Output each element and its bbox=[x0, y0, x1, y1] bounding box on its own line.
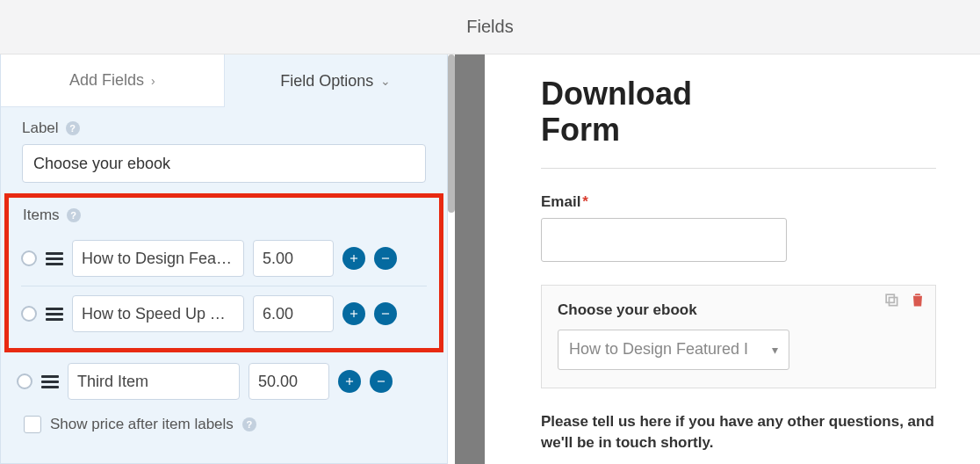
drag-handle-icon[interactable] bbox=[46, 252, 63, 265]
drag-handle-icon[interactable] bbox=[46, 308, 63, 321]
tab-add-fields[interactable]: Add Fields › bbox=[1, 54, 225, 107]
select-value: How to Design Featured I bbox=[569, 340, 748, 359]
label-section: Label ? bbox=[1, 107, 447, 188]
chevron-down-icon: ⌄ bbox=[380, 74, 391, 88]
tab-label: Add Fields bbox=[69, 71, 144, 90]
scrollbar-thumb[interactable] bbox=[448, 54, 455, 213]
dropdown-field-block[interactable]: Choose your ebook How to Design Featured… bbox=[541, 285, 936, 388]
show-price-label: Show price after item labels bbox=[50, 416, 234, 433]
email-label: Email* bbox=[541, 193, 936, 211]
help-icon[interactable]: ? bbox=[66, 121, 80, 135]
email-input[interactable] bbox=[541, 218, 787, 262]
minus-icon bbox=[379, 308, 392, 320]
main-layout: Add Fields › Field Options ⌄ Label ? Ite… bbox=[0, 54, 980, 464]
page-title-bar: Fields bbox=[0, 0, 980, 54]
trash-icon[interactable] bbox=[909, 291, 926, 308]
show-price-row: Show price after item labels ? bbox=[1, 407, 447, 433]
item-name-input[interactable] bbox=[72, 240, 244, 277]
remove-item-button[interactable] bbox=[370, 370, 393, 393]
item-price-input[interactable] bbox=[253, 295, 334, 332]
required-asterisk: * bbox=[582, 193, 588, 210]
item-price-input[interactable] bbox=[253, 240, 334, 277]
remove-item-button[interactable] bbox=[374, 247, 397, 270]
radio-icon[interactable] bbox=[21, 250, 37, 266]
item-row bbox=[1, 352, 447, 407]
label-text: Email bbox=[541, 193, 580, 210]
add-item-button[interactable] bbox=[342, 302, 365, 325]
item-price-input[interactable] bbox=[249, 363, 329, 400]
tabs: Add Fields › Field Options ⌄ bbox=[1, 54, 447, 107]
form-preview: Download Form Email* Choose your ebook H… bbox=[497, 54, 980, 464]
section-label: Label ? bbox=[22, 120, 426, 137]
chevron-right-icon: › bbox=[151, 74, 155, 88]
label-text: Items bbox=[23, 207, 60, 224]
label-text: Label bbox=[22, 120, 59, 137]
page-title: Fields bbox=[466, 17, 513, 37]
plus-icon bbox=[348, 308, 360, 320]
dropdown-select[interactable]: How to Design Featured I ▾ bbox=[558, 330, 789, 370]
label-text: Choose your ebook bbox=[558, 301, 697, 318]
drag-handle-icon[interactable] bbox=[41, 375, 59, 388]
minus-icon bbox=[375, 375, 387, 388]
duplicate-icon[interactable] bbox=[883, 291, 900, 308]
item-name-input[interactable] bbox=[68, 363, 240, 400]
item-name-input[interactable] bbox=[72, 295, 244, 332]
divider bbox=[541, 168, 936, 169]
item-row bbox=[21, 231, 427, 286]
form-title: Download Form bbox=[541, 76, 936, 149]
svg-rect-0 bbox=[886, 294, 894, 302]
chevron-down-icon: ▾ bbox=[772, 343, 778, 357]
radio-icon[interactable] bbox=[17, 373, 32, 389]
dropdown-label: Choose your ebook bbox=[558, 301, 919, 319]
title-line: Download bbox=[541, 76, 692, 112]
svg-rect-1 bbox=[890, 297, 897, 305]
help-icon[interactable]: ? bbox=[242, 417, 256, 431]
show-price-checkbox[interactable] bbox=[24, 416, 41, 433]
help-icon[interactable]: ? bbox=[67, 208, 81, 222]
radio-icon[interactable] bbox=[21, 306, 37, 322]
tab-label: Field Options bbox=[280, 72, 373, 91]
section-label: Items ? bbox=[23, 207, 427, 224]
helper-text: Please tell us here if you have any othe… bbox=[541, 411, 936, 453]
tab-field-options[interactable]: Field Options ⌄ bbox=[225, 54, 448, 107]
label-input[interactable] bbox=[22, 144, 426, 183]
field-actions bbox=[883, 291, 926, 308]
plus-icon bbox=[343, 375, 356, 388]
remove-item-button[interactable] bbox=[374, 302, 397, 325]
left-panel: Add Fields › Field Options ⌄ Label ? Ite… bbox=[0, 54, 448, 464]
title-line: Form bbox=[541, 112, 620, 148]
add-item-button[interactable] bbox=[338, 370, 361, 393]
add-item-button[interactable] bbox=[342, 247, 365, 270]
items-highlight-box: Items ? bbox=[4, 193, 443, 352]
item-row bbox=[21, 286, 427, 341]
minus-icon bbox=[379, 252, 392, 265]
plus-icon bbox=[348, 252, 360, 265]
preview-gutter bbox=[448, 54, 497, 464]
